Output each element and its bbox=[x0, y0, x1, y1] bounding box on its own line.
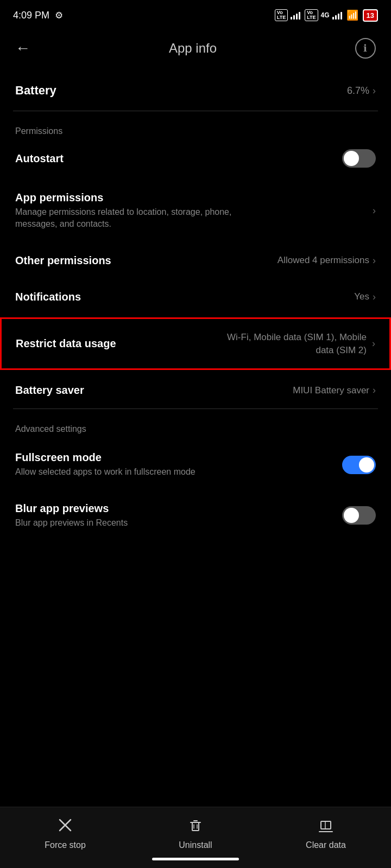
force-stop-icon bbox=[57, 817, 73, 836]
app-permissions-subtitle: Manage permissions related to location, … bbox=[15, 206, 276, 231]
chevron-icon: › bbox=[373, 85, 376, 97]
status-indicators: VoLTE VoLTE 4G 📶 13 bbox=[275, 9, 378, 22]
restrict-data-usage-row[interactable]: Restrict data usage Wi-Fi, Mobile data (… bbox=[0, 317, 391, 371]
blur-app-previews-row[interactable]: Blur app previews Blur app previews in R… bbox=[0, 490, 391, 541]
chevron-icon: › bbox=[372, 337, 375, 350]
uninstall-label: Uninstall bbox=[179, 840, 212, 850]
toggle-knob bbox=[344, 508, 359, 523]
chevron-icon: › bbox=[373, 205, 376, 216]
advanced-section-label: Advanced settings bbox=[0, 409, 391, 439]
notifications-right: Yes › bbox=[354, 291, 376, 303]
other-permissions-row[interactable]: Other permissions Allowed 4 permissions … bbox=[0, 242, 391, 279]
battery-saver-value: MIUI Battery saver bbox=[293, 385, 369, 396]
other-permissions-right: Allowed 4 permissions › bbox=[278, 255, 376, 266]
fullscreen-subtitle: Allow selected apps to work in fullscree… bbox=[15, 466, 276, 478]
fullscreen-title: Fullscreen mode bbox=[15, 451, 333, 464]
bottom-actions-container: Force stop Uninstall bbox=[0, 817, 391, 850]
wifi-icon: 📶 bbox=[346, 9, 358, 21]
battery-value-area: 6.7% › bbox=[347, 85, 376, 97]
restrict-data-content: Restrict data usage bbox=[16, 337, 212, 350]
force-stop-label: Force stop bbox=[45, 840, 86, 850]
permissions-section-label: Permissions bbox=[0, 111, 391, 142]
fullscreen-mode-row[interactable]: Fullscreen mode Allow selected apps to w… bbox=[0, 439, 391, 490]
clear-data-label: Clear data bbox=[306, 840, 346, 850]
settings-gear-icon: ⚙ bbox=[55, 10, 63, 21]
blur-content: Blur app previews Blur app previews in R… bbox=[15, 502, 333, 529]
bar bbox=[296, 14, 298, 20]
autostart-toggle[interactable] bbox=[342, 149, 376, 168]
svg-rect-7 bbox=[321, 821, 331, 829]
battery-percentage: 6.7% bbox=[347, 85, 369, 97]
battery-indicator: 13 bbox=[363, 9, 378, 22]
battery-saver-row[interactable]: Battery saver MIUI Battery saver › bbox=[0, 372, 391, 409]
clear-data-button[interactable]: Clear data bbox=[261, 817, 391, 850]
battery-label: Battery bbox=[15, 84, 56, 98]
bar bbox=[335, 15, 337, 20]
app-permissions-title: App permissions bbox=[15, 192, 373, 204]
page-title: App info bbox=[169, 41, 217, 56]
other-permissions-title: Other permissions bbox=[15, 254, 278, 267]
battery-saver-content: Battery saver bbox=[15, 384, 293, 397]
notifications-value: Yes bbox=[354, 291, 369, 302]
clear-data-icon bbox=[318, 817, 334, 836]
blur-title: Blur app previews bbox=[15, 502, 333, 515]
other-permissions-value: Allowed 4 permissions bbox=[278, 255, 369, 266]
fullscreen-toggle[interactable] bbox=[342, 456, 376, 474]
app-permissions-right: › bbox=[373, 205, 376, 216]
toggle-knob bbox=[344, 151, 359, 166]
signal-bars-1 bbox=[291, 11, 300, 20]
restrict-data-right: Wi-Fi, Mobile data (SIM 1), Mobile data … bbox=[212, 331, 375, 357]
signal-group-2: VoLTE 4G bbox=[305, 9, 342, 21]
svg-rect-2 bbox=[192, 822, 199, 831]
toggle-knob bbox=[359, 457, 374, 473]
home-indicator bbox=[152, 858, 239, 860]
battery-saver-title: Battery saver bbox=[15, 384, 293, 397]
chevron-icon: › bbox=[373, 385, 376, 396]
bar bbox=[299, 12, 300, 20]
force-stop-button[interactable]: Force stop bbox=[0, 817, 130, 850]
notifications-content: Notifications bbox=[15, 291, 354, 303]
autostart-label: Autostart bbox=[15, 152, 64, 165]
info-button[interactable]: ℹ bbox=[355, 38, 376, 59]
signal-group-1: VoLTE bbox=[275, 9, 300, 21]
bar bbox=[338, 14, 339, 20]
time-display: 4:09 PM bbox=[13, 10, 49, 21]
bar bbox=[340, 12, 342, 20]
info-icon: ℹ bbox=[363, 42, 367, 54]
status-bar: 4:09 PM ⚙ VoLTE VoLTE 4G 📶 13 bbox=[0, 0, 391, 28]
bar bbox=[293, 15, 295, 20]
bar bbox=[332, 17, 334, 20]
blur-toggle[interactable] bbox=[342, 506, 376, 525]
battery-row[interactable]: Battery 6.7% › bbox=[0, 68, 391, 111]
fullscreen-content: Fullscreen mode Allow selected apps to w… bbox=[15, 451, 333, 478]
battery-value: 13 bbox=[367, 11, 374, 20]
volte-badge-2: VoLTE bbox=[305, 9, 318, 21]
autostart-row[interactable]: Autostart bbox=[0, 142, 391, 180]
notifications-title: Notifications bbox=[15, 291, 354, 303]
app-permissions-row[interactable]: App permissions Manage permissions relat… bbox=[0, 180, 391, 242]
restrict-data-value: Wi-Fi, Mobile data (SIM 1), Mobile data … bbox=[212, 331, 367, 357]
restrict-data-title: Restrict data usage bbox=[16, 337, 212, 350]
other-permissions-content: Other permissions bbox=[15, 254, 278, 267]
status-time-area: 4:09 PM ⚙ bbox=[13, 10, 63, 21]
back-button[interactable]: ← bbox=[15, 40, 30, 57]
volte-badge-1: VoLTE bbox=[275, 9, 288, 21]
battery-saver-right: MIUI Battery saver › bbox=[293, 385, 376, 396]
4g-badge: 4G bbox=[321, 11, 330, 19]
uninstall-icon bbox=[187, 817, 204, 836]
chevron-icon: › bbox=[373, 291, 376, 303]
notifications-row[interactable]: Notifications Yes › bbox=[0, 279, 391, 315]
app-bar: ← App info ℹ bbox=[0, 28, 391, 68]
chevron-icon: › bbox=[373, 255, 376, 266]
uninstall-button[interactable]: Uninstall bbox=[130, 817, 261, 850]
blur-subtitle: Blur app previews in Recents bbox=[15, 517, 276, 529]
app-permissions-content: App permissions Manage permissions relat… bbox=[15, 192, 373, 231]
bottom-action-bar: Force stop Uninstall bbox=[0, 807, 391, 868]
bar bbox=[291, 17, 292, 20]
signal-bars-2 bbox=[332, 11, 342, 20]
